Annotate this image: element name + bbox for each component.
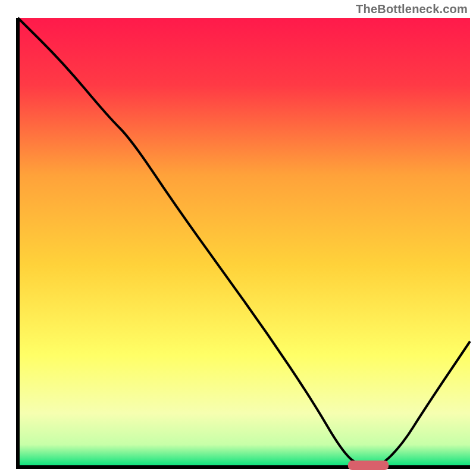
bottleneck-chart: TheBottleneck.com [0,0,476,476]
watermark-text: TheBottleneck.com [356,2,468,16]
plot-gradient-background [18,18,470,467]
chart-svg [0,0,476,476]
optimal-range-marker [348,461,389,470]
